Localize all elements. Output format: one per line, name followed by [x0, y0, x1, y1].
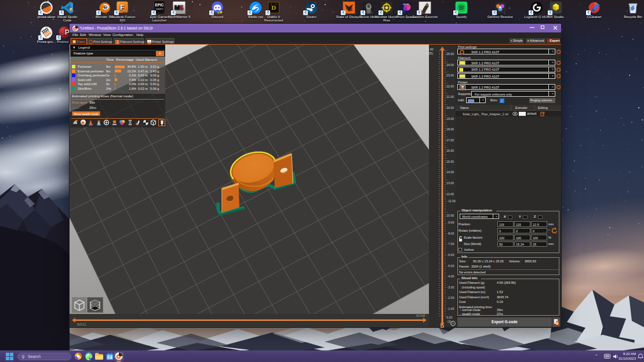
svg-text:D: D	[271, 4, 276, 11]
svg-text:2: 2	[350, 6, 352, 12]
svg-text:5: 5	[180, 4, 183, 11]
svg-text:EPIC: EPIC	[155, 3, 163, 7]
svg-text:GAMES: GAMES	[156, 8, 163, 10]
svg-text:FROM: FROM	[403, 3, 409, 6]
svg-text:360: 360	[123, 9, 128, 12]
svg-text:P: P	[65, 28, 70, 36]
